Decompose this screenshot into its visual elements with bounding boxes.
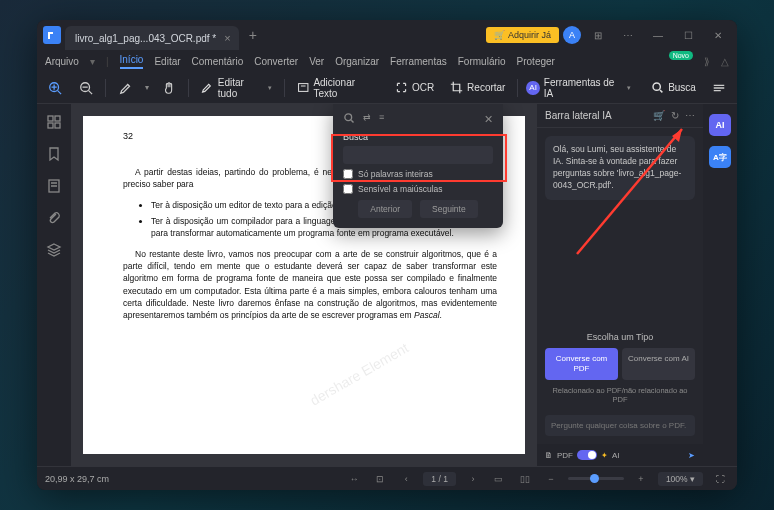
menu-ver[interactable]: Ver [309,56,324,67]
cart-icon: 🛒 [494,30,505,40]
menu-proteger[interactable]: Proteger [517,56,555,67]
menu-editar[interactable]: Editar [154,56,180,67]
close-button[interactable]: ✕ [705,24,731,46]
menu-comentario[interactable]: Comentário [192,56,244,67]
zoom-plus-icon[interactable]: + [632,470,650,488]
tab-title: livro_alg1_pag...043_OCR.pdf * [75,33,216,44]
ai-rail-icon[interactable]: AI [709,114,731,136]
menu-organizar[interactable]: Organizar [335,56,379,67]
zoom-in-icon[interactable] [43,76,66,100]
search-button[interactable]: Busca [647,81,700,94]
svg-line-22 [351,120,353,122]
ai-sidebar-header: Barra lateral IA 🛒 ↻ ⋯ [537,104,703,128]
menu-inicio[interactable]: Início [120,54,144,69]
send-icon[interactable]: ➤ [688,451,695,460]
acquire-button[interactable]: 🛒 Adquirir Já [486,27,559,43]
next-page-icon[interactable]: › [464,470,482,488]
prompt-input[interactable]: Pergunte qualquer coisa sobre o PDF. [545,415,695,436]
filter-icon[interactable]: ≡ [379,112,384,126]
menu-converter[interactable]: Converter [254,56,298,67]
dropdown-icon[interactable]: ▾ [145,83,149,92]
watermark: dershare Element [307,337,413,410]
fit-page-icon[interactable]: ⊡ [371,470,389,488]
search-icon[interactable] [343,112,355,126]
layers-icon[interactable] [46,242,62,258]
type-subtitle: Relacionado ao PDF/não relacionado ao PD… [537,380,703,416]
history-icon[interactable]: ↻ [671,110,679,121]
ai-tools-button[interactable]: AI Ferramentas de IA ▾ [526,77,631,99]
fit-width-icon[interactable]: ↔ [345,470,363,488]
svg-rect-16 [48,123,53,128]
new-badge: Novo [669,51,693,60]
main-area: 32 CAPÍTULO 1 A partir destas ideias, pa… [37,104,737,466]
menubar: Arquivo ▾ | Início Editar Comentário Con… [37,50,737,72]
ai-sidebar-title: Barra lateral IA [545,110,612,121]
comments-icon[interactable] [46,178,62,194]
svg-line-5 [88,90,92,94]
panel-toggle-icon[interactable] [708,76,731,100]
menu-formulario[interactable]: Formulário [458,56,506,67]
svg-rect-17 [55,123,60,128]
tab-close-icon[interactable]: × [224,32,230,44]
cart-icon[interactable]: 🛒 [653,110,665,121]
page-number: 32 [123,130,133,143]
page-indicator[interactable]: 1 / 1 [423,472,456,486]
edit-all-button[interactable]: Editar tudo ▾ [197,77,276,99]
converse-ai-button[interactable]: Converse com AI [622,348,695,379]
app-logo [43,26,61,44]
ocr-button[interactable]: OCR [391,81,438,94]
add-text-button[interactable]: Adicionar Texto [293,77,383,99]
replace-icon[interactable]: ⇄ [363,112,371,126]
menu-file[interactable]: Arquivo [45,56,79,67]
zoom-out-icon[interactable] [74,76,97,100]
ai-icon: AI [526,81,539,95]
attachments-icon[interactable] [46,210,62,226]
next-button[interactable]: Seguinte [420,200,478,218]
menu-expand-icon[interactable]: ⟫ [704,56,710,67]
view-double-icon[interactable]: ▯▯ [516,470,534,488]
whole-words-checkbox[interactable]: Só palavras inteiras [343,169,493,179]
menu-collapse-icon[interactable]: △ [721,56,729,67]
zoom-minus-icon[interactable]: − [542,470,560,488]
converse-pdf-button[interactable]: Converse com PDF [545,348,618,379]
fullscreen-icon[interactable]: ⛶ [711,470,729,488]
document-tab[interactable]: livro_alg1_pag...043_OCR.pdf * × [65,26,239,50]
close-icon[interactable]: ✕ [484,113,493,126]
right-rail: AI A字 [703,104,737,466]
thumbnails-icon[interactable] [46,114,62,130]
hand-icon[interactable] [157,76,180,100]
search-input[interactable] [343,146,493,164]
svg-point-21 [345,114,352,121]
bookmarks-icon[interactable] [46,146,62,162]
svg-line-10 [660,90,662,92]
user-avatar[interactable]: A [563,26,581,44]
zoom-slider[interactable] [568,477,624,480]
pdf-toggle[interactable] [577,450,597,460]
translate-rail-icon[interactable]: A字 [709,146,731,168]
more-icon[interactable]: ⋯ [685,110,695,121]
assistant-message: Olá, sou Lumi, seu assistente de IA. Sin… [545,136,695,200]
doc-icon: 🗎 [545,451,553,460]
left-sidebar [37,104,71,466]
paragraph: No restante deste livro, vamos nos preoc… [123,248,497,322]
svg-rect-15 [55,116,60,121]
prev-button[interactable]: Anterior [358,200,412,218]
settings-icon[interactable]: ⊞ [585,24,611,46]
zoom-level[interactable]: 100% ▾ [658,472,703,486]
search-label: Busca [343,132,493,142]
crop-button[interactable]: Recortar [446,81,509,94]
svg-rect-14 [48,116,53,121]
maximize-button[interactable]: ☐ [675,24,701,46]
menu-chevron-icon[interactable]: ▾ [90,56,95,67]
menu-ferramentas[interactable]: Ferramentas [390,56,447,67]
more-icon[interactable]: ⋯ [615,24,641,46]
svg-point-9 [653,83,660,90]
prev-page-icon[interactable]: ‹ [397,470,415,488]
new-tab-button[interactable]: + [243,27,263,43]
ai-sidebar-footer: 🗎 PDF ✦ AI ➤ [537,444,703,466]
view-single-icon[interactable]: ▭ [490,470,508,488]
minimize-button[interactable]: — [645,24,671,46]
page-dimensions: 20,99 x 29,7 cm [45,474,109,484]
highlighter-icon[interactable] [114,76,137,100]
case-sensitive-checkbox[interactable]: Sensível a maiúsculas [343,184,493,194]
